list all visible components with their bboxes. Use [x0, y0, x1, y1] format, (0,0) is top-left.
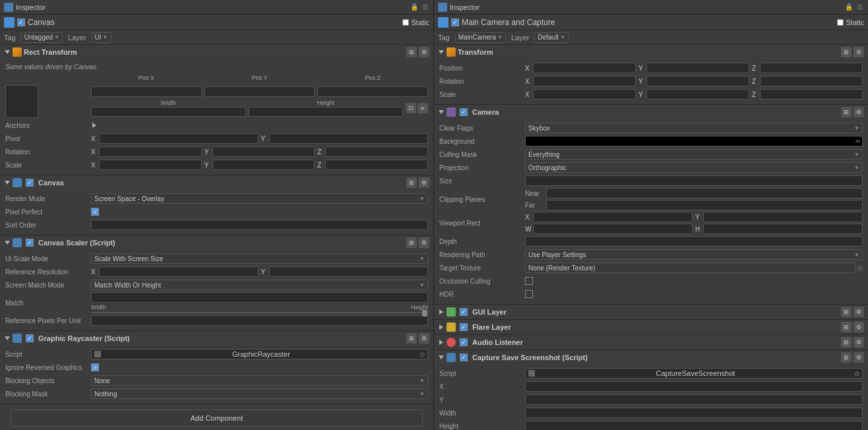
gr-script-field[interactable]: GraphicRaycaster ⊙ [91, 349, 428, 359]
cs-width-input[interactable]: 1280 [525, 408, 863, 418]
rot-x-input[interactable]: 0 [99, 146, 202, 157]
background-color[interactable]: ✏ [525, 136, 863, 146]
transform-settings-btn[interactable]: ⚙ [853, 47, 864, 57]
camera-expand-btn[interactable]: ⊞ [841, 107, 852, 117]
cs-height-input[interactable]: 760 [525, 421, 863, 430]
cs-script-field[interactable]: CaptureSaveScreenshot ⊙ [525, 368, 863, 379]
blocking-mask-dropdown[interactable]: Nothing ▼ [91, 388, 428, 399]
left-menu-icon[interactable]: ☰ [420, 3, 429, 12]
camera-active-checkbox[interactable] [460, 108, 468, 116]
t-pos-z-input[interactable]: -569 [760, 63, 863, 73]
canvas-scaler-header[interactable]: Canvas Scaler (Script) ⊞ ⚙ [0, 235, 433, 250]
transform-expand-btn[interactable]: ⊞ [841, 47, 852, 57]
right-tag-dropdown[interactable]: MainCamera ▼ [455, 32, 506, 43]
viewport-w-input[interactable]: 1 [533, 224, 693, 234]
gr-target-icon[interactable]: ⊙ [419, 351, 425, 358]
left-layer-dropdown[interactable]: UI ▼ [92, 32, 111, 43]
height-input[interactable]: 1024 [249, 107, 404, 117]
cs-target-icon[interactable]: ⊙ [854, 370, 859, 377]
render-mode-dropdown[interactable]: Screen Space - Overlay ▼ [91, 193, 428, 204]
match-slider[interactable] [91, 312, 428, 313]
audio-listener-expand-btn[interactable]: ⊞ [841, 337, 852, 348]
cs-y-input[interactable]: 0 [525, 394, 863, 405]
culling-mask-dropdown[interactable]: Everything ▼ [525, 149, 863, 160]
flare-layer-expand-btn[interactable]: ⊞ [841, 322, 852, 332]
t-rot-y-input[interactable]: 359.3391 [646, 76, 749, 86]
clipping-far-input[interactable]: 4000 [546, 200, 863, 210]
reset-btn[interactable]: R [418, 103, 428, 113]
ref-pixels-input[interactable]: 100 [91, 315, 428, 326]
capture-save-settings-btn[interactable]: ⚙ [853, 352, 864, 363]
left-add-component-btn[interactable]: Add Component [11, 410, 423, 427]
size-input[interactable]: 245 [525, 175, 863, 186]
canvas-settings-btn[interactable]: ⚙ [419, 177, 429, 188]
canvas-expand-btn[interactable]: ⊞ [406, 177, 417, 188]
viewport-y-input[interactable]: 0 [703, 212, 863, 222]
scale-z-input[interactable]: 0.4736328 [325, 160, 428, 170]
cs-x-input[interactable]: 0 [525, 381, 863, 392]
left-static-checkbox[interactable] [402, 19, 409, 26]
rot-y-input[interactable]: 0 [212, 146, 315, 157]
capture-save-expand-btn[interactable]: ⊞ [841, 352, 852, 363]
target-texture-pick-icon[interactable]: ⊙ [857, 264, 863, 272]
canvas-active-checkbox[interactable] [26, 179, 34, 187]
left-object-active-checkbox[interactable] [17, 18, 25, 26]
clear-flags-dropdown[interactable]: Skybox ▼ [525, 123, 863, 133]
screen-match-dropdown[interactable]: Match Width Or Height ▼ [91, 280, 428, 290]
canvas-header[interactable]: Canvas ⊞ ⚙ [0, 175, 433, 190]
rect-transform-header[interactable]: Rect Transform ⊞ ⚙ [0, 45, 433, 59]
camera-header[interactable]: Camera ⊞ ⚙ [434, 105, 868, 119]
target-texture-dropdown[interactable]: None (Render Texture) [525, 262, 856, 273]
canvas-scaler-checkbox[interactable] [26, 239, 34, 247]
clipping-near-input[interactable]: 0.01 [546, 188, 863, 199]
audio-listener-checkbox[interactable] [460, 338, 468, 346]
right-lock-icon[interactable]: 🔒 [844, 3, 853, 12]
sort-order-input[interactable]: 0 [91, 220, 428, 230]
viewport-x-input[interactable]: 0 [533, 212, 693, 222]
gui-layer-checkbox[interactable] [460, 308, 468, 316]
fit-btn[interactable]: ⊡ [406, 103, 416, 113]
ref-res-x-input[interactable]: 1280 [99, 266, 259, 277]
t-rot-z-input[interactable]: 0 [760, 76, 863, 86]
capture-save-checkbox[interactable] [460, 353, 468, 361]
canvas-scaler-settings-btn[interactable]: ⚙ [419, 237, 429, 248]
blocking-objects-dropdown[interactable]: None ▼ [91, 375, 428, 386]
graphic-raycaster-settings-btn[interactable]: ⚙ [419, 333, 429, 344]
capture-save-header[interactable]: Capture Save Screenshot (Script) ⊞ ⚙ [434, 350, 868, 365]
rect-transform-settings-btn[interactable]: ⚙ [419, 47, 429, 57]
pos-z-input[interactable]: -469.0067 [317, 86, 428, 97]
rendering-path-dropdown[interactable]: Use Player Settings ▼ [525, 249, 863, 260]
graphic-raycaster-checkbox[interactable] [26, 334, 34, 342]
depth-input[interactable]: 1 [525, 236, 863, 247]
pixel-perfect-checkbox[interactable] [91, 208, 99, 216]
pos-y-input[interactable]: 242.5 [204, 86, 315, 97]
scale-y-input[interactable]: 0.4736328 [212, 160, 315, 170]
anchors-toggle[interactable] [91, 122, 98, 129]
gui-layer-header[interactable]: GUI Layer ⊞ ⚙ [434, 305, 868, 319]
canvas-scaler-expand-btn[interactable]: ⊞ [406, 237, 417, 248]
t-scale-x-input[interactable]: 1 [533, 89, 636, 100]
ignore-reversed-checkbox[interactable] [91, 363, 99, 371]
audio-listener-settings-btn[interactable]: ⚙ [853, 337, 864, 348]
t-scale-z-input[interactable]: 1 [760, 89, 863, 100]
graphic-raycaster-header[interactable]: Graphic Raycaster (Script) ⊞ ⚙ [0, 331, 433, 346]
right-layer-dropdown[interactable]: Default ▼ [534, 32, 569, 43]
match-input[interactable]: 1 [91, 292, 428, 303]
flare-layer-checkbox[interactable] [460, 323, 468, 331]
pivot-x-input[interactable]: 0.5 [99, 133, 259, 144]
flare-layer-header[interactable]: Flare Layer ⊞ ⚙ [434, 320, 868, 334]
pivot-y-input[interactable]: 0.5 [269, 133, 429, 144]
hdr-checkbox[interactable] [525, 290, 533, 298]
ui-scale-mode-dropdown[interactable]: Scale With Screen Size ▼ [91, 253, 428, 264]
right-object-active-checkbox[interactable] [451, 18, 459, 26]
audio-listener-header[interactable]: Audio Listener ⊞ ⚙ [434, 335, 868, 350]
pos-x-input[interactable]: 303 [91, 86, 202, 97]
gui-layer-settings-btn[interactable]: ⚙ [853, 307, 864, 317]
camera-settings-btn[interactable]: ⚙ [853, 107, 864, 117]
left-tag-dropdown[interactable]: Untagged ▼ [21, 32, 63, 43]
t-pos-y-input[interactable]: 243 [646, 63, 749, 73]
flare-layer-settings-btn[interactable]: ⚙ [853, 322, 864, 332]
gui-layer-expand-btn[interactable]: ⊞ [841, 307, 852, 317]
t-rot-x-input[interactable]: 0 [533, 76, 636, 86]
rect-transform-expand-btn[interactable]: ⊞ [406, 47, 417, 57]
